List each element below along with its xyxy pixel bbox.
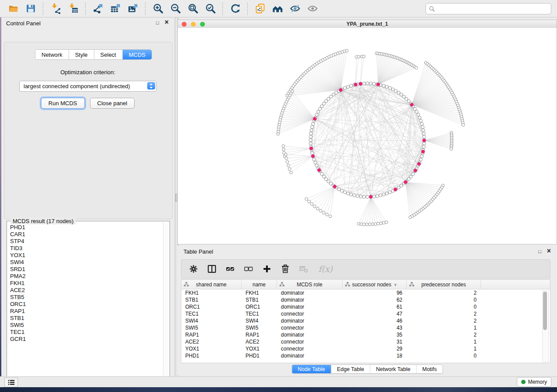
add-column-button[interactable] [261, 263, 273, 275]
refresh-button[interactable] [226, 1, 244, 16]
tab-network-table[interactable]: Network Table [370, 365, 417, 373]
mcds-result-item[interactable]: STP4 [7, 238, 163, 245]
sort-chevron-icon[interactable]: ∨ [394, 282, 397, 287]
delete-column-button[interactable] [279, 263, 291, 275]
search-box[interactable] [426, 3, 551, 14]
window-minimize-icon[interactable] [191, 22, 196, 27]
tab-mcds[interactable]: MCDS [123, 50, 152, 59]
window-close-icon[interactable] [182, 22, 187, 27]
mcds-result-item[interactable]: ACE2 [7, 287, 163, 294]
export-image-icon [128, 3, 138, 14]
table-settings-button[interactable] [187, 263, 200, 275]
hide-selected-button[interactable] [286, 1, 304, 16]
mcds-result-item[interactable]: FKH1 [7, 280, 163, 287]
select-stepper-icon[interactable] [147, 82, 155, 89]
columns-icon [207, 264, 217, 274]
zoom-selected-button[interactable] [201, 1, 219, 16]
zoom-in-button[interactable] [149, 1, 166, 16]
float-panel-icon[interactable]: □ [156, 20, 159, 26]
first-neighbors-button[interactable] [269, 1, 286, 16]
tab-select[interactable]: Select [94, 50, 123, 59]
tab-network[interactable]: Network [35, 50, 69, 59]
mcds-result-item[interactable]: TID3 [7, 245, 163, 252]
table-row[interactable]: SWI4SWI4dominator462 [181, 317, 550, 324]
table-row[interactable]: ACE2ACE2connector311 [181, 338, 550, 345]
table-row[interactable]: SWI5SWI5connector431 [181, 324, 550, 331]
run-mcds-button[interactable]: Run MCDS [41, 98, 85, 109]
mcds-result-item[interactable]: ORC1 [7, 301, 163, 308]
column-header-successor-nodes[interactable]: successor nodes∨ [343, 280, 407, 289]
tab-edge-table[interactable]: Edge Table [331, 365, 370, 373]
mcds-result-item[interactable]: RAP1 [7, 308, 163, 315]
tab-motifs[interactable]: Motifs [416, 365, 442, 373]
search-input[interactable] [435, 5, 548, 12]
deselect-all-rows-button[interactable] [242, 263, 255, 275]
network-window-titlebar[interactable]: YPA_prune.txt_1 [178, 20, 557, 28]
table-cell: dominator [277, 296, 343, 303]
export-table-button[interactable] [107, 1, 124, 16]
mcds-result-item[interactable]: TEC1 [7, 329, 163, 336]
optimization-criterion-select[interactable]: largest connected component (undirected) [19, 81, 156, 92]
save-session-button[interactable] [22, 1, 39, 16]
clone-network-button[interactable] [251, 1, 269, 16]
table-cell: 1 [407, 345, 481, 352]
window-zoom-icon[interactable] [200, 22, 205, 27]
network-canvas[interactable] [178, 28, 557, 244]
table-close-icon[interactable]: × [547, 248, 551, 254]
mcds-result-item[interactable]: SRD1 [7, 266, 163, 273]
table-scrollbar[interactable] [542, 290, 549, 362]
table-row[interactable]: STB1STB1dominator620 [181, 296, 550, 303]
table-cell: 96 [343, 289, 407, 296]
tab-style[interactable]: Style [69, 50, 94, 59]
mcds-result-item[interactable]: GCR1 [7, 336, 163, 343]
table-cell: ACE2 [181, 338, 242, 345]
uncheck-all-icon [244, 264, 253, 274]
close-panel-icon[interactable]: × [165, 20, 169, 25]
table-row[interactable]: PHD1PHD1dominator180 [181, 352, 550, 359]
split-panel-button[interactable] [206, 263, 218, 275]
mcds-result-item[interactable]: PMA2 [7, 273, 163, 280]
column-header-predecessor-nodes[interactable]: predecessor nodes [407, 280, 481, 289]
table-row[interactable]: RAP1RAP1dominator352 [181, 331, 550, 338]
task-history-button[interactable] [4, 378, 18, 387]
table-cell: 2 [407, 317, 481, 324]
table-row[interactable]: ORC1ORC1dominator610 [181, 303, 550, 310]
export-image-button[interactable] [124, 1, 142, 16]
mcds-result-item[interactable]: STB1 [7, 315, 163, 322]
zoom-fit-button[interactable] [184, 1, 201, 16]
zoom-out-icon [170, 3, 181, 14]
open-file-button[interactable] [4, 1, 22, 16]
table-scrollbar-thumb[interactable] [543, 292, 547, 330]
mcds-result-item[interactable]: STB5 [7, 294, 163, 301]
select-all-rows-button[interactable] [224, 263, 236, 275]
table-row[interactable]: FKH1FKH1dominator962 [181, 289, 550, 296]
zoom-out-button[interactable] [166, 1, 184, 16]
table-cell: SWI5 [181, 324, 242, 331]
memory-button[interactable]: Memory [517, 377, 551, 387]
mcds-result-item[interactable]: SWI5 [7, 322, 163, 329]
table-row[interactable]: TEC1TEC1connector472 [181, 310, 550, 317]
mcds-result-item[interactable]: YOX1 [7, 252, 163, 259]
table-cell: connector [277, 324, 343, 331]
tab-node-table[interactable]: Node Table [292, 365, 331, 373]
export-network-button[interactable] [89, 1, 107, 16]
column-header-name[interactable]: name [242, 280, 277, 289]
network-graph[interactable] [178, 28, 557, 244]
zoom-in-icon [152, 3, 163, 14]
table-cell: 46 [343, 317, 407, 324]
table-row[interactable]: YOX1YOX1connector291 [181, 345, 550, 352]
mcds-result-item[interactable]: SWI4 [7, 259, 163, 266]
import-network-button[interactable] [47, 1, 64, 16]
optimization-criterion-label: Optimization criterion: [4, 69, 172, 76]
column-header-MCDS-role[interactable]: MCDS role [277, 280, 343, 289]
mcds-result-item[interactable]: PHD1 [7, 224, 163, 231]
mcds-result-item[interactable]: CAR1 [7, 231, 163, 238]
column-header-shared-name[interactable]: shared name [181, 280, 242, 289]
table-float-icon[interactable]: □ [538, 248, 541, 254]
mcds-result-list[interactable]: PHD1CAR1STP4TID3YOX1SWI4SRD1PMA2FKH1ACE2… [7, 224, 163, 383]
close-panel-button[interactable]: Close panel [90, 98, 135, 109]
show-all-button[interactable] [304, 1, 321, 16]
mcds-list-scrollbar[interactable] [163, 222, 169, 383]
import-table-button[interactable] [64, 1, 82, 16]
table-cell: SWI5 [242, 324, 277, 331]
